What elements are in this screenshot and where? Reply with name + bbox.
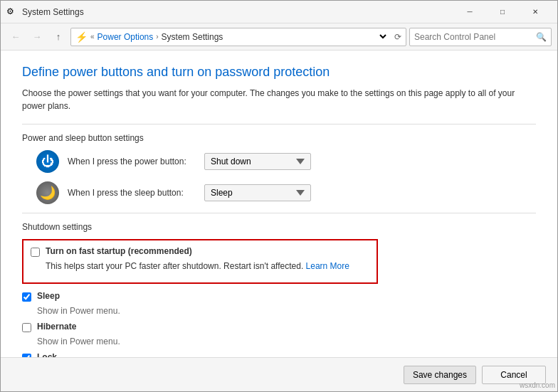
power-button-row: ⏻ When I press the power button: Do noth… — [22, 150, 536, 173]
sleep-button-row: 🌙 When I press the sleep button: Do noth… — [22, 181, 536, 204]
breadcrumb-icon: ⚡ — [75, 31, 88, 43]
hibernate-item: Hibernate Show in Power menu. — [22, 322, 536, 346]
main-window: ⚙ System Settings ─ □ ✕ ← → ↑ ⚡ « Power … — [0, 0, 558, 392]
power-sleep-label: Power and sleep button settings — [22, 133, 536, 143]
learn-more-link[interactable]: Learn More — [306, 261, 349, 271]
navbar: ← → ↑ ⚡ « Power Options › System Setting… — [1, 23, 557, 51]
window-icon: ⚙ — [6, 6, 18, 18]
page-description: Choose the power settings that you want … — [22, 87, 536, 112]
refresh-icon[interactable]: ⟳ — [394, 32, 401, 42]
sleep-sub: Show in Power menu. — [37, 306, 536, 316]
lock-item: Lock Show in account picture menu. — [22, 352, 536, 357]
watermark: wsxdn.com — [520, 381, 555, 389]
back-button[interactable]: ← — [6, 28, 25, 46]
sleep-button-label: When I press the sleep button: — [68, 188, 196, 198]
fast-startup-checkbox[interactable] — [31, 248, 40, 257]
hibernate-item-label: Hibernate — [37, 322, 76, 332]
search-box: 🔍 — [409, 28, 552, 46]
hibernate-checkbox[interactable] — [22, 323, 31, 332]
sleep-checkbox[interactable] — [22, 292, 31, 302]
minimize-button[interactable]: ─ — [453, 1, 486, 23]
hibernate-checkbox-row: Hibernate — [22, 322, 536, 332]
lock-checkbox-row: Lock — [22, 352, 536, 357]
forward-button[interactable]: → — [28, 28, 46, 46]
current-page-breadcrumb: System Settings — [162, 32, 223, 42]
shutdown-label: Shutdown settings — [22, 222, 536, 232]
lock-item-label: Lock — [37, 352, 57, 357]
divider-1 — [22, 124, 536, 125]
power-button-dropdown[interactable]: Do nothing Sleep Hibernate Shut down Tur… — [204, 153, 311, 170]
footer: Save changes Cancel — [1, 357, 557, 391]
search-input[interactable] — [414, 32, 533, 42]
shutdown-settings: Turn on fast startup (recommended) This … — [22, 239, 536, 357]
maximize-button[interactable]: □ — [486, 1, 519, 23]
titlebar: ⚙ System Settings ─ □ ✕ — [1, 1, 557, 23]
sleep-button-icon: 🌙 — [36, 181, 59, 204]
sleep-item-label: Sleep — [37, 291, 60, 301]
search-icon[interactable]: 🔍 — [536, 32, 547, 42]
save-changes-button[interactable]: Save changes — [404, 366, 476, 384]
address-dropdown[interactable]: ▾ — [377, 32, 389, 41]
address-bar: ⚡ « Power Options › System Settings ▾ ⟳ — [70, 28, 406, 46]
fast-startup-box: Turn on fast startup (recommended) This … — [22, 239, 378, 284]
power-button-label: When I press the power button: — [68, 157, 196, 166]
divider-2 — [22, 213, 536, 213]
fast-startup-label: Turn on fast startup (recommended) — [46, 246, 192, 256]
breadcrumb-separator: « — [90, 33, 95, 41]
up-button[interactable]: ↑ — [49, 28, 68, 46]
window-title: System Settings — [22, 7, 453, 17]
fast-startup-row: Turn on fast startup (recommended) — [31, 246, 369, 257]
sleep-item: Sleep Show in Power menu. — [22, 291, 536, 316]
sleep-button-dropdown[interactable]: Do nothing Sleep Hibernate Shut down — [204, 184, 311, 201]
power-options-link[interactable]: Power Options — [98, 32, 154, 42]
power-button-icon: ⏻ — [36, 150, 59, 173]
content-area: Define power buttons and turn on passwor… — [1, 51, 557, 357]
close-button[interactable]: ✕ — [519, 1, 552, 23]
page-title: Define power buttons and turn on passwor… — [22, 65, 536, 80]
breadcrumb-arrow: › — [156, 33, 158, 41]
fast-startup-desc: This helps start your PC faster after sh… — [46, 261, 369, 271]
hibernate-sub: Show in Power menu. — [37, 337, 536, 346]
sleep-checkbox-row: Sleep — [22, 291, 536, 302]
window-controls: ─ □ ✕ — [453, 1, 552, 23]
